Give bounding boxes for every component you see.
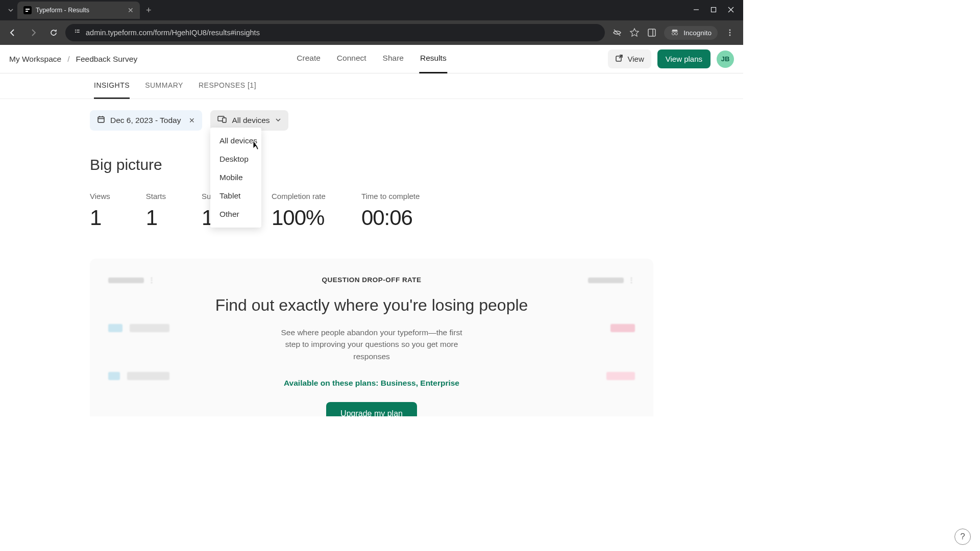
tab-share[interactable]: Share — [382, 45, 405, 73]
metric-value: 1 — [146, 206, 166, 230]
dropoff-body: See where people abandon your typeform—t… — [280, 327, 463, 362]
app-header: My Workspace / Feedback Survey Create Co… — [0, 45, 743, 73]
view-button[interactable]: View — [608, 49, 651, 68]
big-picture-section: Big picture Views 1 Starts 1 Submissions… — [90, 156, 653, 230]
back-button[interactable] — [4, 24, 21, 41]
dropoff-preview-right: ⋮ — [574, 276, 635, 416]
svg-point-17 — [729, 35, 731, 36]
dropoff-headline: Find out exactly where you're losing peo… — [190, 295, 553, 315]
svg-rect-10 — [648, 29, 655, 36]
metric-views: Views 1 — [90, 192, 110, 230]
svg-rect-0 — [26, 9, 30, 10]
insights-content: Dec 6, 2023 - Today ✕ All devices All de… — [0, 99, 743, 416]
subtab-insights[interactable]: INSIGHTS — [94, 73, 130, 99]
upgrade-plan-button[interactable]: Upgrade my plan — [326, 402, 417, 416]
window-close-icon[interactable] — [728, 7, 734, 14]
subtab-responses[interactable]: RESPONSES [1] — [199, 73, 256, 99]
metric-value: 00:06 — [361, 206, 420, 230]
filter-bar: Dec 6, 2023 - Today ✕ All devices — [90, 110, 653, 131]
svg-point-13 — [675, 32, 678, 35]
reload-button[interactable] — [45, 24, 62, 41]
minimize-icon[interactable] — [693, 7, 699, 14]
metric-label: Completion rate — [272, 192, 326, 201]
metric-value: 1 — [90, 206, 110, 230]
new-tab-button[interactable]: + — [140, 5, 158, 16]
view-plans-button[interactable]: View plans — [657, 49, 710, 68]
dropoff-plans-note: Available on these plans: Business, Ente… — [190, 379, 553, 388]
tab-close-icon[interactable]: ✕ — [128, 6, 134, 14]
date-filter[interactable]: Dec 6, 2023 - Today ✕ — [90, 110, 202, 131]
tab-search-dropdown-icon[interactable] — [4, 1, 17, 19]
svg-point-15 — [729, 30, 731, 31]
dropoff-preview-left: ⋮ — [108, 276, 169, 416]
dropdown-item-tablet[interactable]: Tablet — [210, 187, 261, 205]
browser-tab-bar: Typeform - Results ✕ + — [0, 0, 743, 20]
svg-point-16 — [729, 32, 731, 34]
svg-point-12 — [672, 32, 675, 35]
tab-title: Typeform - Results — [36, 7, 124, 14]
metric-label: Views — [90, 192, 110, 201]
clear-date-filter-icon[interactable]: ✕ — [186, 116, 195, 124]
main-tabs: Create Connect Share Results — [296, 45, 447, 73]
svg-rect-24 — [223, 118, 226, 122]
metric-time-to-complete: Time to complete 00:06 — [361, 192, 420, 230]
browser-toolbar: admin.typeform.com/form/HgehIQU8/results… — [0, 20, 743, 45]
result-sub-tabs: INSIGHTS SUMMARY RESPONSES [1] — [0, 73, 743, 99]
external-link-icon — [615, 54, 623, 64]
chevron-down-icon — [275, 116, 281, 125]
browser-tab[interactable]: Typeform - Results ✕ — [17, 2, 140, 19]
incognito-chip[interactable]: Incognito — [664, 26, 718, 40]
subtab-summary[interactable]: SUMMARY — [145, 73, 183, 99]
tracking-protection-icon[interactable] — [612, 28, 622, 38]
avatar[interactable]: JB — [717, 51, 734, 68]
devices-icon — [217, 116, 227, 125]
breadcrumb-root[interactable]: My Workspace — [9, 55, 61, 64]
incognito-icon — [670, 29, 679, 37]
bookmark-icon[interactable] — [629, 28, 640, 38]
svg-point-6 — [75, 31, 76, 32]
maximize-icon[interactable] — [710, 7, 717, 14]
incognito-label: Incognito — [683, 29, 712, 37]
svg-rect-7 — [77, 32, 80, 33]
metrics-row: Views 1 Starts 1 Submissions 1 Completio… — [90, 192, 653, 230]
breadcrumb-separator: / — [67, 55, 69, 64]
big-picture-title: Big picture — [90, 156, 653, 173]
dropdown-item-mobile[interactable]: Mobile — [210, 168, 261, 187]
breadcrumb-current[interactable]: Feedback Survey — [76, 55, 138, 64]
forward-button[interactable] — [24, 24, 42, 41]
svg-rect-9 — [77, 30, 80, 31]
date-filter-label: Dec 6, 2023 - Today — [110, 116, 181, 125]
url-text: admin.typeform.com/form/HgehIQU8/results… — [86, 29, 260, 37]
favicon-icon — [23, 6, 32, 14]
metric-label: Starts — [146, 192, 166, 201]
metric-value: 100% — [272, 206, 326, 230]
side-panel-icon[interactable] — [647, 28, 657, 38]
address-bar[interactable]: admin.typeform.com/form/HgehIQU8/results… — [65, 24, 605, 41]
svg-rect-3 — [712, 7, 716, 12]
dropoff-card: ⋮ QUESTION DROP-OFF RATE Find out exactl… — [90, 259, 653, 416]
browser-menu-icon[interactable] — [725, 28, 735, 38]
dropdown-item-other[interactable]: Other — [210, 205, 261, 223]
metric-starts: Starts 1 — [146, 192, 166, 230]
calendar-icon — [97, 115, 105, 126]
mouse-cursor-icon — [252, 139, 262, 154]
tab-connect[interactable]: Connect — [336, 45, 368, 73]
svg-rect-1 — [26, 11, 28, 12]
site-info-icon[interactable] — [74, 29, 81, 37]
svg-point-8 — [75, 29, 76, 30]
breadcrumb: My Workspace / Feedback Survey — [9, 55, 137, 64]
metric-label: Time to complete — [361, 192, 420, 201]
metric-completion-rate: Completion rate 100% — [272, 192, 326, 230]
tab-results[interactable]: Results — [419, 45, 448, 73]
device-filter-label: All devices — [232, 116, 270, 125]
svg-rect-19 — [98, 117, 104, 122]
tab-create[interactable]: Create — [296, 45, 322, 73]
view-label: View — [627, 55, 644, 63]
dropoff-kicker: QUESTION DROP-OFF RATE — [190, 276, 553, 284]
